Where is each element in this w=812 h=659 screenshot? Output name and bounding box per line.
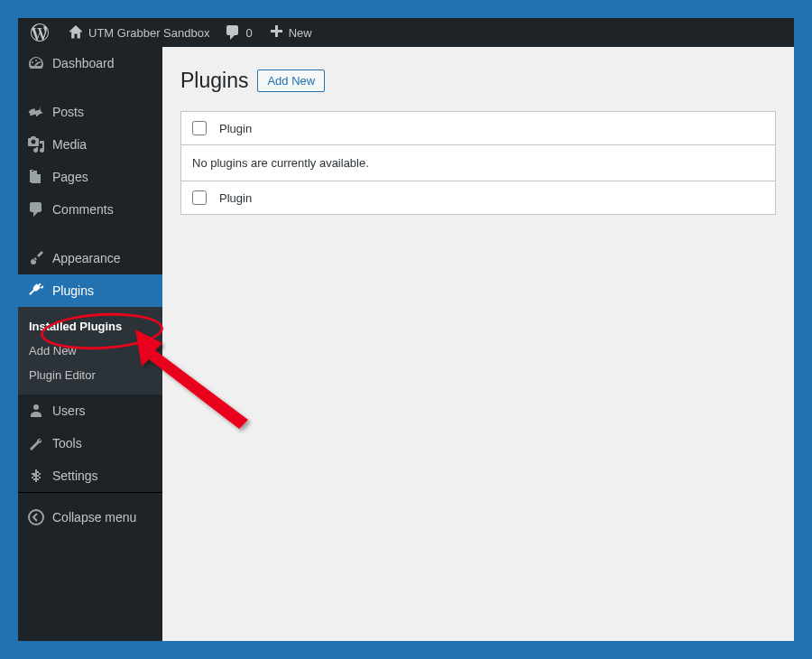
collapse-icon [27, 508, 45, 526]
comment-icon [27, 200, 45, 218]
menu-label: Plugins [52, 283, 94, 299]
column-header-plugin: Plugin [219, 122, 252, 135]
new-label: New [289, 26, 312, 40]
sidebar-item-appearance[interactable]: Appearance [18, 242, 162, 274]
home-icon [69, 25, 83, 40]
sidebar-item-media[interactable]: Media [18, 128, 162, 161]
plugins-table: Plugin No plugins are currently availabl… [180, 111, 776, 215]
table-footer-row: Plugin [181, 181, 775, 214]
sidebar-item-plugins[interactable]: Plugins [18, 274, 162, 307]
select-all-checkbox-top[interactable] [192, 121, 207, 135]
empty-state-row: No plugins are currently available. [181, 145, 775, 181]
menu-label: Settings [52, 468, 98, 484]
pages-icon [27, 168, 45, 186]
menu-label: Users [52, 403, 86, 419]
pin-icon [27, 103, 45, 121]
menu-label: Pages [52, 169, 88, 185]
admin-sidebar: Dashboard Posts Media Pages Comments App… [18, 47, 162, 641]
submenu-installed-plugins[interactable]: Installed Plugins [18, 314, 162, 339]
sidebar-item-dashboard[interactable]: Dashboard [18, 47, 162, 79]
comment-count: 0 [245, 26, 252, 40]
main-content: Plugins Add New Plugin No plugins are cu… [162, 47, 794, 641]
menu-label: Posts [52, 104, 84, 120]
wordpress-logo-icon [31, 23, 49, 42]
sidebar-item-settings[interactable]: Settings [18, 459, 162, 492]
collapse-label: Collapse menu [52, 509, 136, 525]
submenu-add-new[interactable]: Add New [18, 339, 162, 363]
brush-icon [27, 249, 45, 267]
column-footer-plugin: Plugin [219, 191, 252, 205]
sidebar-item-posts[interactable]: Posts [18, 96, 162, 128]
svg-point-0 [29, 510, 43, 524]
add-new-button[interactable]: Add New [257, 70, 325, 92]
page-title: Plugins [180, 69, 248, 93]
select-all-checkbox-bottom[interactable] [192, 190, 207, 205]
sidebar-item-comments[interactable]: Comments [18, 193, 162, 226]
admin-topbar: UTM Grabber Sandbox 0 New [18, 18, 794, 47]
menu-label: Comments [52, 201, 114, 218]
plus-icon [267, 23, 285, 42]
comments-link[interactable]: 0 [217, 18, 259, 47]
site-name-link[interactable]: UTM Grabber Sandbox [61, 18, 217, 47]
user-icon [27, 402, 45, 420]
menu-label: Tools [52, 435, 82, 451]
plugins-submenu: Installed Plugins Add New Plugin Editor [18, 307, 162, 394]
wp-logo-menu[interactable] [18, 18, 61, 47]
table-header-row: Plugin [181, 112, 775, 145]
menu-label: Dashboard [52, 55, 115, 71]
settings-icon [27, 467, 45, 485]
menu-label: Appearance [52, 250, 121, 266]
sidebar-item-tools[interactable]: Tools [18, 427, 162, 459]
dashboard-icon [27, 54, 45, 72]
page-heading-row: Plugins Add New [162, 47, 794, 111]
sidebar-item-pages[interactable]: Pages [18, 161, 162, 193]
wrench-icon [27, 434, 45, 452]
collapse-menu-button[interactable]: Collapse menu [18, 501, 162, 534]
submenu-plugin-editor[interactable]: Plugin Editor [18, 363, 162, 387]
plug-icon [27, 282, 45, 300]
comment-bubble-icon [224, 23, 242, 42]
media-icon [27, 135, 45, 153]
new-content-link[interactable]: New [260, 18, 319, 47]
menu-label: Media [52, 136, 87, 153]
empty-message: No plugins are currently available. [192, 156, 369, 170]
sidebar-item-users[interactable]: Users [18, 394, 162, 427]
site-name: UTM Grabber Sandbox [88, 26, 209, 40]
